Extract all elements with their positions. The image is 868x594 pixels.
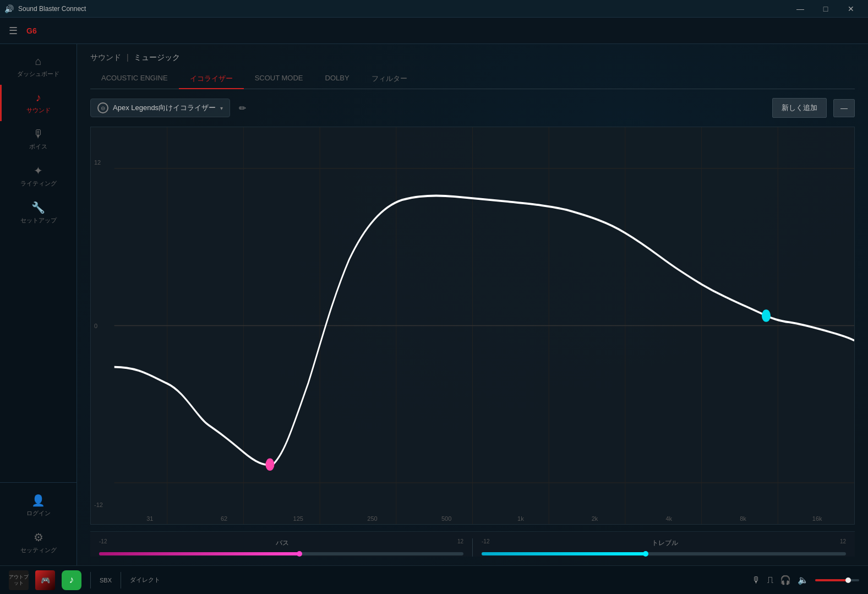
app-status-icon: アウトプット bbox=[9, 570, 29, 590]
top-bar: ☰ G6 bbox=[0, 18, 868, 44]
x-label-2k: 2k bbox=[558, 515, 632, 522]
breadcrumb-separator: | bbox=[127, 53, 131, 62]
sidebar-item-login[interactable]: 👤 ログイン bbox=[0, 487, 77, 524]
tab-dolby[interactable]: DOLBY bbox=[314, 69, 361, 89]
sidebar: ⌂ ダッシュボード ♪ サウンド 🎙 ボイス ✦ ライティング 🔧 セットアップ bbox=[0, 44, 77, 565]
tab-eq[interactable]: イコライザー bbox=[179, 69, 244, 89]
volume-fill bbox=[815, 579, 848, 581]
x-label-500: 500 bbox=[410, 515, 484, 522]
x-label-62: 62 bbox=[187, 515, 261, 522]
voice-icon: 🎙 bbox=[33, 128, 44, 140]
maximize-button[interactable]: □ bbox=[813, 0, 838, 18]
preset-bar: ⊖ Apex Legends向けイコライザー ▾ ✏ 新しく追加 — bbox=[90, 98, 855, 118]
bass-max-label: 12 bbox=[457, 538, 463, 548]
bass-slider-track[interactable] bbox=[99, 552, 463, 555]
bass-label: バス bbox=[107, 538, 457, 548]
bottom-controls: -12 バス 12 -12 トレブル bbox=[90, 531, 855, 557]
x-label-16k: 16k bbox=[780, 515, 854, 522]
volume-thumb[interactable] bbox=[845, 577, 851, 583]
preset-name: Apex Legends向けイコライザー bbox=[113, 103, 216, 113]
sidebar-item-sound[interactable]: ♪ サウンド bbox=[0, 85, 77, 121]
edit-icon[interactable]: ✏ bbox=[237, 101, 248, 116]
preset-selector[interactable]: ⊖ Apex Legends向けイコライザー ▾ bbox=[90, 99, 230, 117]
settings-icon: ⚙ bbox=[34, 531, 43, 544]
volume-slider[interactable] bbox=[815, 579, 859, 581]
hamburger-icon[interactable]: ☰ bbox=[9, 25, 18, 37]
direct-label[interactable]: ダイレクト bbox=[130, 576, 160, 584]
add-preset-button[interactable]: 新しく追加 bbox=[772, 98, 827, 118]
setup-icon: 🔧 bbox=[31, 201, 45, 214]
breadcrumb: サウンド | ミュージック bbox=[90, 53, 855, 63]
app-label: アウトプット bbox=[9, 574, 29, 586]
title-bar: 🔊 Sound Blaster Connect — □ ✕ bbox=[0, 0, 868, 18]
headset-icon[interactable]: ⎍ bbox=[767, 574, 773, 586]
content-header: サウンド | ミュージック ACOUSTIC ENGINE イコライザー SCO… bbox=[77, 44, 868, 89]
breadcrumb-parent: サウンド bbox=[90, 53, 121, 62]
sidebar-item-lighting[interactable]: ✦ ライティング bbox=[0, 157, 77, 194]
x-label-31: 31 bbox=[113, 515, 187, 522]
eq-graph: 12 0 -12 bbox=[90, 127, 855, 525]
sidebar-item-voice[interactable]: 🎙 ボイス bbox=[0, 121, 77, 157]
bass-min-label: -12 bbox=[99, 538, 107, 548]
status-icons: 🎙 ⎍ 🎧 🔈 bbox=[752, 574, 859, 586]
tab-filter[interactable]: フィルター bbox=[361, 69, 418, 89]
x-label-250: 250 bbox=[335, 515, 410, 522]
x-label-125: 125 bbox=[261, 515, 335, 522]
sidebar-label-voice: ボイス bbox=[29, 143, 47, 151]
sidebar-item-setup[interactable]: 🔧 セットアップ bbox=[0, 194, 77, 231]
treble-range-labels: -12 トレブル 12 bbox=[482, 538, 846, 548]
treble-slider-thumb[interactable] bbox=[643, 551, 648, 557]
sidebar-item-dashboard[interactable]: ⌂ ダッシュボード bbox=[0, 48, 77, 85]
bass-range-labels: -12 バス 12 bbox=[99, 538, 463, 548]
tab-scout[interactable]: SCOUT MODE bbox=[244, 69, 314, 89]
tab-acoustic[interactable]: ACOUSTIC ENGINE bbox=[90, 69, 179, 89]
app-icon: 🔊 bbox=[4, 4, 14, 13]
sound-icon: ♪ bbox=[36, 91, 41, 104]
lighting-icon: ✦ bbox=[34, 164, 43, 177]
game-icon-symbol: 🎮 bbox=[41, 576, 50, 585]
x-axis-labels: 31 62 125 250 500 1k 2k 4k 8k 16k bbox=[113, 515, 854, 524]
treble-slider-track[interactable] bbox=[482, 552, 846, 555]
sidebar-item-settings[interactable]: ⚙ セッティング bbox=[0, 524, 77, 561]
sidebar-label-setup: セットアップ bbox=[20, 216, 57, 225]
preset-icon: ⊖ bbox=[97, 102, 108, 113]
treble-control-point[interactable] bbox=[762, 310, 770, 321]
device-label: G6 bbox=[26, 26, 37, 35]
status-bar: アウトプット 🎮 ♪ SBX ダイレクト 🎙 ⎍ 🎧 🔈 bbox=[0, 565, 868, 594]
treble-min-label: -12 bbox=[482, 538, 489, 548]
x-label-8k: 8k bbox=[706, 515, 780, 522]
close-button[interactable]: ✕ bbox=[838, 0, 864, 18]
bass-slider-group: -12 バス 12 bbox=[90, 538, 472, 557]
main-area: ⌂ ダッシュボード ♪ サウンド 🎙 ボイス ✦ ライティング 🔧 セットアップ bbox=[0, 44, 868, 565]
treble-label: トレブル bbox=[489, 538, 839, 548]
sidebar-bottom: 👤 ログイン ⚙ セッティング bbox=[0, 482, 77, 561]
bass-slider-thumb[interactable] bbox=[297, 551, 302, 557]
eq-curve bbox=[91, 127, 854, 524]
app-container: ☰ G6 ⌂ ダッシュボード ♪ サウンド 🎙 ボイス ✦ ライティング 🔧 bbox=[0, 18, 868, 594]
sbx-label[interactable]: SBX bbox=[100, 577, 112, 584]
treble-max-label: 12 bbox=[840, 538, 846, 548]
remove-preset-button[interactable]: — bbox=[833, 99, 855, 117]
sidebar-label-lighting: ライティング bbox=[20, 179, 57, 188]
game-icon: 🎮 bbox=[35, 570, 55, 590]
x-label-4k: 4k bbox=[632, 515, 706, 522]
music-icon-symbol: ♪ bbox=[69, 574, 74, 586]
music-icon: ♪ bbox=[62, 570, 81, 590]
dashboard-icon: ⌂ bbox=[35, 55, 41, 68]
treble-slider-group: -12 トレブル 12 bbox=[472, 538, 855, 557]
chevron-down-icon: ▾ bbox=[220, 105, 223, 111]
content-area: サウンド | ミュージック ACOUSTIC ENGINE イコライザー SCO… bbox=[77, 44, 868, 565]
speaker-icon[interactable]: 🔈 bbox=[798, 575, 809, 585]
sidebar-spacer bbox=[0, 231, 77, 482]
sidebar-label-login: ログイン bbox=[26, 509, 51, 517]
headphone-icon[interactable]: 🎧 bbox=[780, 575, 791, 585]
bass-slider-fill bbox=[99, 552, 299, 555]
bass-control-point[interactable] bbox=[266, 459, 274, 470]
minimize-button[interactable]: — bbox=[788, 0, 813, 18]
tabs: ACOUSTIC ENGINE イコライザー SCOUT MODE DOLBY … bbox=[90, 69, 855, 89]
eq-section: ⊖ Apex Legends向けイコライザー ▾ ✏ 新しく追加 — 12 0 … bbox=[77, 89, 868, 565]
title-bar-left: 🔊 Sound Blaster Connect bbox=[4, 4, 86, 13]
title-bar-title: Sound Blaster Connect bbox=[18, 5, 86, 13]
x-label-1k: 1k bbox=[484, 515, 558, 522]
mic-icon[interactable]: 🎙 bbox=[752, 575, 761, 585]
